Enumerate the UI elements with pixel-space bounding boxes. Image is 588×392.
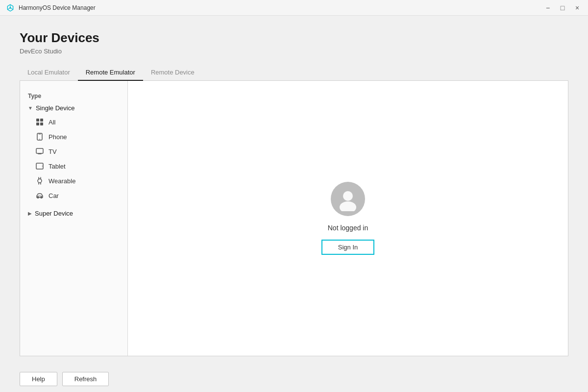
tablet-icon	[36, 162, 44, 170]
phone-icon	[36, 133, 44, 141]
sidebar-item-label: TV	[49, 148, 57, 155]
car-icon	[36, 192, 44, 199]
single-device-label: Single Device	[36, 104, 75, 112]
svg-rect-2	[40, 119, 43, 122]
single-device-header[interactable]: ▼ Single Device	[20, 101, 127, 115]
close-button[interactable]: ×	[570, 1, 584, 15]
sidebar-item-wearable[interactable]: Wearable	[20, 173, 127, 188]
svg-point-0	[9, 7, 11, 8]
svg-rect-8	[36, 148, 43, 153]
main-content: Your Devices DevEco Studio Local Emulato…	[0, 16, 588, 366]
not-logged-area: Not logged in Sign In	[321, 182, 374, 255]
chevron-down-icon: ▼	[28, 105, 33, 111]
tab-remote-emulator[interactable]: Remote Emulator	[78, 65, 143, 81]
harmony-logo-icon	[6, 3, 15, 12]
tab-bar: Local Emulator Remote Emulator Remote De…	[20, 65, 568, 81]
sidebar-item-label: Phone	[49, 133, 67, 141]
sidebar-item-label: Tablet	[49, 163, 66, 170]
svg-point-12	[42, 166, 43, 166]
type-label: Type	[20, 89, 127, 101]
sidebar-item-phone[interactable]: Phone	[20, 129, 127, 144]
content-area: Type ▼ Single Device All	[20, 81, 568, 356]
super-device-header[interactable]: ▶ Super Device	[20, 207, 127, 220]
tab-remote-device[interactable]: Remote Device	[143, 65, 202, 81]
not-logged-text: Not logged in	[328, 224, 368, 232]
svg-rect-3	[36, 122, 39, 125]
sidebar-item-label: Wearable	[49, 177, 75, 185]
wearable-icon	[36, 177, 44, 185]
svg-rect-1	[36, 119, 39, 122]
all-icon	[36, 118, 44, 126]
maximize-button[interactable]: □	[556, 1, 569, 15]
minimize-button[interactable]: −	[541, 1, 555, 15]
refresh-button[interactable]: Refresh	[62, 372, 109, 386]
page-title: Your Devices	[20, 30, 568, 46]
window-controls: − □ ×	[541, 1, 584, 15]
sidebar-item-all[interactable]: All	[20, 115, 127, 129]
avatar	[331, 182, 365, 216]
sign-in-button[interactable]: Sign In	[321, 240, 374, 255]
svg-rect-13	[38, 179, 42, 183]
sidebar-item-tablet[interactable]: Tablet	[20, 159, 127, 173]
tab-local-emulator[interactable]: Local Emulator	[20, 65, 78, 81]
sidebar-item-label: Car	[49, 192, 59, 199]
super-device-label: Super Device	[35, 210, 73, 217]
sidebar: Type ▼ Single Device All	[20, 81, 128, 356]
tv-icon	[36, 147, 44, 155]
title-bar: HarmonyOS Device Manager − □ ×	[0, 0, 588, 16]
main-panel: Not logged in Sign In	[128, 81, 568, 356]
title-bar-left: HarmonyOS Device Manager	[6, 3, 96, 12]
svg-point-22	[340, 201, 356, 211]
sidebar-item-label: All	[49, 119, 55, 126]
bottom-bar: Help Refresh	[0, 366, 588, 392]
svg-point-6	[39, 139, 40, 140]
app-title: HarmonyOS Device Manager	[19, 4, 96, 11]
sidebar-item-tv[interactable]: TV	[20, 144, 127, 159]
help-button[interactable]: Help	[20, 372, 57, 386]
avatar-icon	[336, 187, 360, 211]
svg-rect-4	[40, 122, 43, 125]
sidebar-item-car[interactable]: Car	[20, 188, 127, 203]
page-subtitle: DevEco Studio	[20, 48, 568, 55]
svg-point-21	[343, 191, 353, 201]
chevron-right-icon: ▶	[28, 211, 32, 216]
